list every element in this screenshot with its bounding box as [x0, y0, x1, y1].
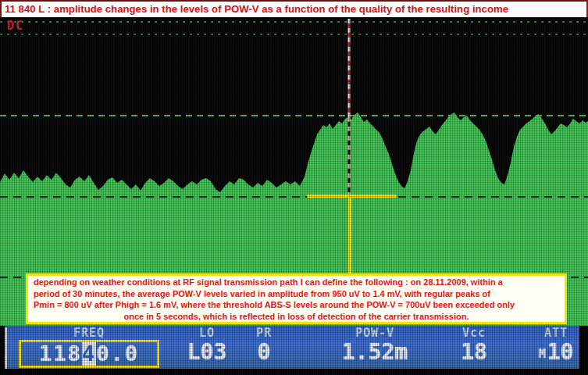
att-prefix: M: [539, 347, 546, 361]
freq-value-box[interactable]: 11840.0: [19, 340, 159, 368]
powv-label: POW-V: [312, 326, 437, 339]
left-edge-highlight: [5, 327, 7, 369]
annotation-line: Pmin = 800 uV after Phigh = 1.6 mV, wher…: [34, 299, 559, 311]
vcc-label: Vcc: [448, 326, 500, 339]
dc-indicator: DC: [7, 19, 24, 33]
pr-label: PR: [243, 326, 285, 339]
field-lo: LO L03: [173, 326, 241, 369]
title-bar: 11 840 L : amplitude changes in the leve…: [0, 0, 588, 17]
att-value: M10: [520, 339, 588, 367]
freq-label: FREQ: [19, 326, 159, 339]
right-edge: [579, 326, 588, 375]
field-pr: PR 0: [243, 326, 285, 369]
annotation-line: depending on weather conditions at RF si…: [34, 277, 559, 288]
title-text: 11 840 L : amplitude changes in the leve…: [5, 3, 508, 15]
freq-digit-cursor[interactable]: 4: [82, 341, 96, 366]
meter-bar: FREQ 11840.0 LO L03 PR 0 POW-V 1.52m Vcc…: [0, 326, 588, 369]
vcc-value: 18: [448, 339, 500, 366]
field-vcc: Vcc 18: [448, 326, 500, 369]
pr-value: 0: [243, 339, 285, 366]
field-freq: FREQ 11840.0: [19, 326, 159, 369]
meter-screen: 11 840 L : amplitude changes in the leve…: [0, 0, 588, 375]
annotation-line: once in 5 seconds, which is reflected in…: [34, 311, 559, 323]
annotation-box: depending on weather conditions at RF si…: [26, 273, 567, 324]
lo-value: L03: [173, 339, 241, 366]
freq-digits: 118: [39, 341, 82, 366]
field-powv: POW-V 1.52m: [312, 326, 437, 369]
lo-label: LO: [173, 326, 241, 339]
powv-value: 1.52m: [312, 339, 437, 366]
freq-digits: 0.0: [96, 341, 139, 366]
att-label: ATT: [520, 326, 588, 339]
annotation-line: period of 30 minutes, the average POW-V …: [34, 288, 559, 300]
bottom-edge: [0, 369, 588, 375]
field-att: ATT M10: [520, 326, 588, 369]
